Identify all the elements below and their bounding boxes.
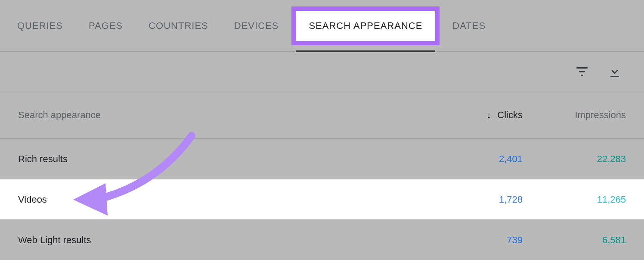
column-header-impressions[interactable]: Impressions (523, 110, 626, 121)
toolbar (0, 52, 644, 91)
row-impressions: 6,581 (523, 235, 626, 246)
column-header-name[interactable]: Search appearance (18, 110, 437, 121)
row-clicks: 739 (437, 235, 523, 246)
table-row[interactable]: Rich results 2,401 22,283 (0, 139, 644, 179)
row-impressions: 22,283 (523, 153, 626, 165)
tabs-bar: QUERIES PAGES COUNTRIES DEVICES SEARCH A… (0, 0, 644, 52)
column-header-clicks-label: Clicks (497, 110, 523, 121)
row-name: Videos (18, 194, 437, 205)
table-header-row: Search appearance ↓ Clicks Impressions (0, 91, 644, 139)
download-icon[interactable] (607, 64, 622, 79)
filter-icon[interactable] (574, 64, 590, 79)
tab-countries[interactable]: COUNTRIES (136, 0, 221, 51)
tab-pages[interactable]: PAGES (76, 0, 136, 51)
table-row[interactable]: Videos 1,728 11,265 (0, 179, 644, 220)
row-name: Web Light results (18, 235, 437, 246)
tab-dates[interactable]: DATES (440, 0, 498, 51)
row-clicks: 2,401 (437, 153, 523, 165)
tab-queries[interactable]: QUERIES (4, 0, 76, 51)
row-name: Rich results (18, 153, 437, 165)
tab-search-appearance[interactable]: SEARCH APPEARANCE (291, 0, 440, 51)
sort-descending-icon: ↓ (486, 110, 491, 121)
row-impressions: 11,265 (523, 194, 626, 205)
tab-active-indicator (296, 50, 435, 52)
tab-search-appearance-label: SEARCH APPEARANCE (291, 6, 440, 45)
column-header-clicks[interactable]: ↓ Clicks (437, 110, 523, 121)
tab-devices[interactable]: DEVICES (221, 0, 292, 51)
row-clicks: 1,728 (437, 194, 523, 205)
table-row[interactable]: Web Light results 739 6,581 (0, 220, 644, 260)
